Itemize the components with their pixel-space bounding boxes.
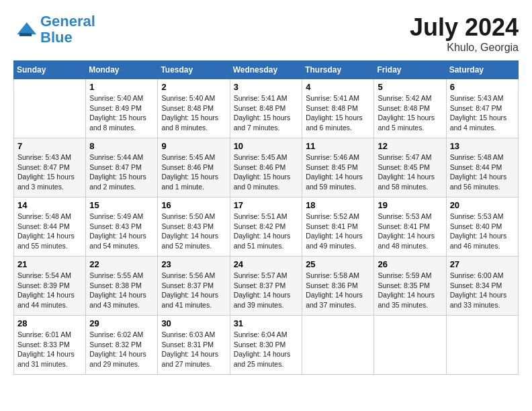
day-info: Sunrise: 5:43 AM Sunset: 8:47 PM Dayligh…	[450, 93, 515, 133]
calendar-day-cell	[446, 316, 518, 375]
day-info: Sunrise: 5:45 AM Sunset: 8:46 PM Dayligh…	[161, 152, 226, 192]
day-number: 2	[161, 82, 226, 92]
calendar-day-cell: 6Sunrise: 5:43 AM Sunset: 8:47 PM Daylig…	[446, 79, 518, 138]
day-info: Sunrise: 5:56 AM Sunset: 8:37 PM Dayligh…	[161, 271, 226, 310]
day-info: Sunrise: 5:45 AM Sunset: 8:46 PM Dayligh…	[234, 152, 299, 192]
calendar-day-cell: 27Sunrise: 6:00 AM Sunset: 8:34 PM Dayli…	[446, 257, 518, 316]
calendar-day-cell: 7Sunrise: 5:43 AM Sunset: 8:47 PM Daylig…	[14, 138, 86, 197]
calendar-day-cell: 4Sunrise: 5:41 AM Sunset: 8:48 PM Daylig…	[302, 79, 374, 138]
day-info: Sunrise: 5:55 AM Sunset: 8:38 PM Dayligh…	[89, 271, 154, 310]
day-info: Sunrise: 5:40 AM Sunset: 8:49 PM Dayligh…	[89, 93, 154, 133]
day-info: Sunrise: 5:49 AM Sunset: 8:43 PM Dayligh…	[89, 212, 154, 251]
weekday-header-cell: Monday	[86, 61, 158, 79]
calendar-week-row: 28Sunrise: 6:01 AM Sunset: 8:33 PM Dayli…	[14, 316, 519, 375]
calendar-body: 1Sunrise: 5:40 AM Sunset: 8:49 PM Daylig…	[14, 79, 519, 375]
day-number: 4	[306, 82, 370, 92]
day-info: Sunrise: 5:43 AM Sunset: 8:47 PM Dayligh…	[17, 152, 82, 192]
day-number: 19	[378, 200, 442, 210]
day-number: 25	[306, 259, 370, 269]
day-info: Sunrise: 5:54 AM Sunset: 8:39 PM Dayligh…	[17, 271, 82, 310]
calendar-day-cell: 25Sunrise: 5:58 AM Sunset: 8:36 PM Dayli…	[302, 257, 374, 316]
calendar-day-cell: 24Sunrise: 5:57 AM Sunset: 8:37 PM Dayli…	[230, 257, 302, 316]
calendar-day-cell: 30Sunrise: 6:03 AM Sunset: 8:31 PM Dayli…	[158, 316, 230, 375]
day-info: Sunrise: 6:01 AM Sunset: 8:33 PM Dayligh…	[17, 330, 82, 369]
calendar-day-cell: 28Sunrise: 6:01 AM Sunset: 8:33 PM Dayli…	[14, 316, 86, 375]
day-info: Sunrise: 5:40 AM Sunset: 8:48 PM Dayligh…	[161, 93, 226, 133]
calendar-week-row: 14Sunrise: 5:48 AM Sunset: 8:44 PM Dayli…	[14, 197, 519, 257]
logo-text: General Blue	[40, 13, 95, 46]
day-info: Sunrise: 5:42 AM Sunset: 8:48 PM Dayligh…	[378, 93, 442, 133]
page-header: General Blue July 2024 Khulo, Georgia	[13, 13, 519, 54]
day-info: Sunrise: 6:02 AM Sunset: 8:32 PM Dayligh…	[89, 330, 154, 369]
day-number: 31	[234, 318, 299, 328]
day-number: 14	[17, 200, 82, 210]
calendar-day-cell: 22Sunrise: 5:55 AM Sunset: 8:38 PM Dayli…	[86, 257, 158, 316]
day-number: 30	[161, 318, 226, 328]
calendar-day-cell: 8Sunrise: 5:44 AM Sunset: 8:47 PM Daylig…	[86, 138, 158, 197]
day-info: Sunrise: 5:47 AM Sunset: 8:45 PM Dayligh…	[378, 152, 442, 192]
weekday-header-cell: Friday	[374, 61, 446, 79]
calendar-day-cell	[302, 316, 374, 375]
day-number: 24	[234, 259, 299, 269]
day-info: Sunrise: 5:44 AM Sunset: 8:47 PM Dayligh…	[89, 152, 154, 192]
calendar-table: SundayMondayTuesdayWednesdayThursdayFrid…	[13, 60, 519, 375]
weekday-header-cell: Sunday	[14, 61, 86, 79]
calendar-day-cell: 23Sunrise: 5:56 AM Sunset: 8:37 PM Dayli…	[158, 257, 230, 316]
logo: General Blue	[13, 13, 95, 46]
day-info: Sunrise: 5:57 AM Sunset: 8:37 PM Dayligh…	[234, 271, 299, 310]
day-info: Sunrise: 5:41 AM Sunset: 8:48 PM Dayligh…	[234, 93, 299, 133]
day-number: 26	[378, 259, 442, 269]
day-number: 3	[234, 82, 299, 92]
calendar-day-cell: 31Sunrise: 6:04 AM Sunset: 8:30 PM Dayli…	[230, 316, 302, 375]
day-info: Sunrise: 6:03 AM Sunset: 8:31 PM Dayligh…	[161, 330, 226, 369]
calendar-day-cell: 9Sunrise: 5:45 AM Sunset: 8:46 PM Daylig…	[158, 138, 230, 197]
day-number: 20	[450, 200, 515, 210]
calendar-day-cell	[14, 79, 86, 138]
day-number: 28	[17, 318, 82, 328]
day-info: Sunrise: 5:51 AM Sunset: 8:42 PM Dayligh…	[234, 212, 299, 251]
day-number: 6	[450, 82, 515, 92]
weekday-header-cell: Thursday	[302, 61, 374, 79]
calendar-week-row: 7Sunrise: 5:43 AM Sunset: 8:47 PM Daylig…	[14, 138, 519, 197]
day-info: Sunrise: 5:59 AM Sunset: 8:35 PM Dayligh…	[378, 271, 442, 310]
title-block: July 2024 Khulo, Georgia	[410, 13, 519, 54]
day-number: 23	[161, 259, 226, 269]
calendar-day-cell: 10Sunrise: 5:45 AM Sunset: 8:46 PM Dayli…	[230, 138, 302, 197]
day-info: Sunrise: 5:48 AM Sunset: 8:44 PM Dayligh…	[17, 212, 82, 251]
day-number: 15	[89, 200, 154, 210]
day-number: 12	[378, 141, 442, 151]
day-number: 18	[306, 200, 370, 210]
day-number: 7	[17, 141, 82, 151]
weekday-header-cell: Tuesday	[158, 61, 230, 79]
day-info: Sunrise: 5:41 AM Sunset: 8:48 PM Dayligh…	[306, 93, 370, 133]
day-info: Sunrise: 6:00 AM Sunset: 8:34 PM Dayligh…	[450, 271, 515, 310]
day-info: Sunrise: 5:50 AM Sunset: 8:43 PM Dayligh…	[161, 212, 226, 251]
svg-rect-1	[19, 34, 32, 37]
day-number: 27	[450, 259, 515, 269]
day-number: 1	[89, 82, 154, 92]
calendar-day-cell: 26Sunrise: 5:59 AM Sunset: 8:35 PM Dayli…	[374, 257, 446, 316]
day-info: Sunrise: 5:48 AM Sunset: 8:44 PM Dayligh…	[450, 152, 515, 192]
month-title: July 2024	[410, 13, 519, 42]
day-info: Sunrise: 5:52 AM Sunset: 8:41 PM Dayligh…	[306, 212, 370, 251]
day-number: 9	[161, 141, 226, 151]
calendar-day-cell	[374, 316, 446, 375]
calendar-day-cell: 2Sunrise: 5:40 AM Sunset: 8:48 PM Daylig…	[158, 79, 230, 138]
calendar-day-cell: 14Sunrise: 5:48 AM Sunset: 8:44 PM Dayli…	[14, 197, 86, 257]
day-number: 10	[234, 141, 299, 151]
calendar-week-row: 1Sunrise: 5:40 AM Sunset: 8:49 PM Daylig…	[14, 79, 519, 138]
day-info: Sunrise: 5:46 AM Sunset: 8:45 PM Dayligh…	[306, 152, 370, 192]
day-number: 29	[89, 318, 154, 328]
day-number: 11	[306, 141, 370, 151]
day-info: Sunrise: 5:53 AM Sunset: 8:40 PM Dayligh…	[450, 212, 515, 251]
day-number: 8	[89, 141, 154, 151]
calendar-day-cell: 3Sunrise: 5:41 AM Sunset: 8:48 PM Daylig…	[230, 79, 302, 138]
day-number: 13	[450, 141, 515, 151]
calendar-day-cell: 18Sunrise: 5:52 AM Sunset: 8:41 PM Dayli…	[302, 197, 374, 257]
calendar-day-cell: 1Sunrise: 5:40 AM Sunset: 8:49 PM Daylig…	[86, 79, 158, 138]
calendar-day-cell: 12Sunrise: 5:47 AM Sunset: 8:45 PM Dayli…	[374, 138, 446, 197]
day-number: 21	[17, 259, 82, 269]
location-subtitle: Khulo, Georgia	[410, 42, 519, 54]
calendar-day-cell: 21Sunrise: 5:54 AM Sunset: 8:39 PM Dayli…	[14, 257, 86, 316]
weekday-header-row: SundayMondayTuesdayWednesdayThursdayFrid…	[14, 61, 519, 79]
